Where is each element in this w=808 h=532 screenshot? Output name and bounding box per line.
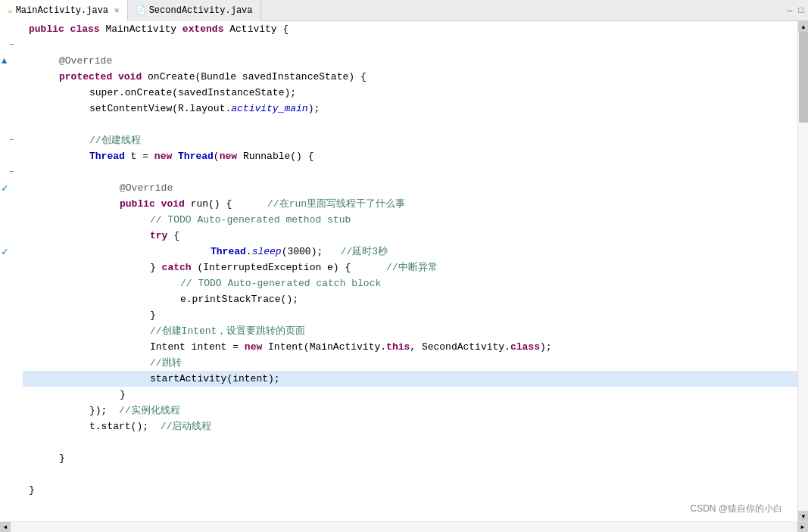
gutter-line-17 [0,275,23,291]
comment-todo: // TODO Auto-generated method stub [29,212,351,228]
kw-catch: catch [162,260,198,275]
oncreate-close-brace: } [29,450,65,466]
code-line-run-close: } [23,387,797,403]
gutter-line-9 [0,148,23,164]
gutter-line-5 [0,85,23,101]
catch-close-brace: } [29,307,156,323]
gutter-line-15: ✓ [0,244,23,260]
comment-create-thread: //创建线程 [29,132,141,148]
gutter-line-10: − [0,164,23,180]
fold-icon-8[interactable]: − [9,136,14,145]
bottom-scroll-track[interactable] [11,522,797,533]
code-line-intent: Intent intent = new Intent(MainActivity.… [23,339,797,355]
method-oncreate: onCreate(Bundle savedInstanceState) { [148,69,367,85]
kw-public: public [29,21,70,37]
class-close-brace: } [29,482,35,498]
annotation-override2: @Override [29,180,173,196]
comment-intent: //创建Intent，设置要跳转的页面 [29,323,305,339]
tab-close-icon[interactable]: ✕ [114,5,120,15]
code-line-sleep: Thread.sleep(3000); //延时3秒 [23,244,797,260]
kw-public2: public [29,196,161,212]
code-line-run: public void run() { //在run里面写线程干了什么事 [23,196,797,212]
scroll-down-button[interactable]: ▼ [798,511,808,521]
kw-try: try [29,228,173,244]
code-line-override1: @Override [23,53,797,69]
watermark: CSDN @猿自你的小白 [690,502,782,515]
intent-second: , SecondActivity. [410,339,510,355]
code-line-comment-intent: //创建Intent，设置要跳转的页面 [23,323,797,339]
code-line-class: public class MainActivity extends Activi… [23,21,797,37]
arrow-icon-3: ▲ [2,56,7,67]
tab-secondactivity-label: SecondActivity.java [149,5,253,16]
code-line-setcontent: setContentView(R.layout.activity_main); [23,101,797,117]
code-line-oncreate-close: } [23,450,797,466]
editor-container: ☕ MainActivity.java ✕ 📄 SecondActivity.j… [0,0,808,532]
classname: MainActivity [105,21,182,37]
gutter-line-6 [0,101,23,117]
sleep-params: (3000); [282,244,341,260]
gutter-line-1 [0,21,23,37]
maximize-button[interactable]: □ [798,6,803,15]
code-line-empty3 [23,164,797,180]
java-file-icon: ☕ [8,5,13,15]
kw-extends: extends [183,21,229,37]
fold-icon-2[interactable]: − [9,41,14,49]
main-area: − ▲ − − ✓ [0,21,808,521]
comment-start-thread: //启动线程 [161,418,212,434]
code-line-try: try { [23,228,797,244]
code-line-super: super.onCreate(savedInstanceState); [23,85,797,101]
code-line-todo: // TODO Auto-generated method stub [23,212,797,228]
bookmark-icon-11: ✓ [2,182,8,194]
setcontentview: setContentView(R.layout. [29,101,231,117]
code-line-class-close: } [23,482,797,498]
scroll-right-button[interactable]: ► [797,522,808,533]
code-line-todo-catch: // TODO Auto-generated catch block [23,275,797,291]
thread-close: }); [29,403,119,418]
gutter-line-28 [0,450,23,466]
gutter-line-26 [0,418,23,434]
code-area[interactable]: public class MainActivity extends Activi… [23,21,797,521]
tab-secondactivity[interactable]: 📄 SecondActivity.java [128,0,261,21]
comment-sleep: //延时3秒 [341,244,388,260]
catch-brace1: } [29,260,162,275]
start-activity: startActivity(intent); [29,371,280,387]
gutter-line-4 [0,69,23,85]
scroll-up-button[interactable]: ▲ [798,21,808,32]
comment-instantiate: //实例化线程 [119,403,180,418]
scrollbar[interactable]: ▲ ▼ [797,21,808,521]
scroll-left-button[interactable]: ◄ [0,522,11,533]
bottom-scroll: ◄ ► [0,521,808,532]
kw-new-1: new [154,148,178,164]
kw-void2: void [161,196,191,212]
gutter-line-19 [0,307,23,323]
gutter-line-25 [0,403,23,418]
kw-void: void [118,69,148,85]
kw-class: class [510,339,540,355]
gutter-line-16 [0,260,23,275]
minimize-button[interactable]: — [788,6,793,15]
code-line-catch-close: } [23,307,797,323]
gutter-line-11: ✓ [0,180,23,196]
tab-mainactivity[interactable]: ☕ MainActivity.java ✕ [0,0,128,21]
catch-params: (InterruptedException e) { [197,260,386,275]
e-printstacktrace: e.printStackTrace(); [29,291,298,307]
code-line-comment-create-thread: //创建线程 [23,132,797,148]
comment-todo-catch: // TODO Auto-generated catch block [29,275,381,291]
gutter-line-21 [0,339,23,355]
scroll-track [798,32,808,511]
gutter: − ▲ − − ✓ [0,21,23,521]
code-line-empty1 [23,37,797,53]
thread-var: t = [125,148,154,164]
superclass: Activity { [229,21,289,37]
kw-class: class [70,21,106,37]
fold-icon-10[interactable]: − [9,168,14,176]
t-start: t.start(); [29,418,161,434]
comment-run: //在run里面写线程干了什么事 [232,196,405,212]
code-line-startactivity: startActivity(intent); [23,371,797,387]
code-line-empty4 [23,434,797,450]
code-line-oncreate: protected void onCreate(Bundle savedInst… [23,69,797,85]
gutter-line-2: − [0,37,23,53]
runnable: Runnable() { [243,148,314,164]
scroll-thumb[interactable] [799,32,808,123]
gutter-line-14 [0,228,23,244]
